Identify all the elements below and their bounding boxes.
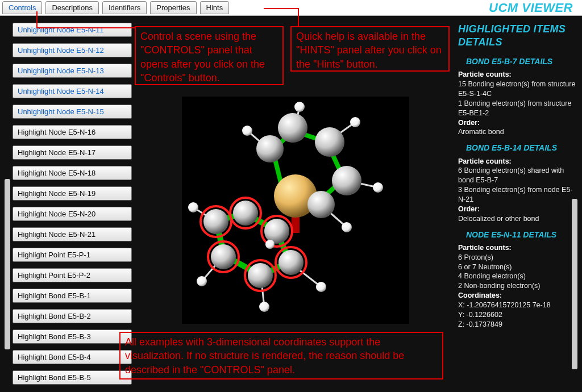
highlight-button[interactable]: Highlight Point E5-P-2 [13, 268, 132, 282]
highlight-button[interactable]: Unhighlight Node E5-N-15 [13, 105, 132, 119]
callout-line [298, 8, 299, 27]
details-title: HIGHLIGHTED ITEMS DETAILS [458, 23, 577, 48]
svg-point-46 [188, 202, 198, 212]
section-head-bond7: BOND E5-B-7 DETAILS [458, 56, 577, 66]
callout-visualization: All examples with 3-dimensional coordina… [119, 332, 443, 380]
svg-point-49 [316, 282, 326, 292]
tab-properties[interactable]: Properties [150, 1, 196, 14]
svg-point-42 [350, 117, 360, 127]
svg-point-40 [211, 244, 236, 269]
details-panel: HIGHLIGHTED ITEMS DETAILS BOND E5-B-7 DE… [458, 23, 577, 392]
callout-line [264, 8, 299, 9]
svg-point-45 [242, 126, 252, 136]
left-panel: Unhighlight Node E5-N-11Unhighlight Node… [5, 23, 133, 392]
highlight-button[interactable]: Highlight Point E5-P-1 [13, 248, 132, 262]
tab-descriptions[interactable]: Descriptions [45, 1, 99, 14]
highlight-button[interactable]: Highlight Node E5-N-17 [13, 145, 132, 160]
highlight-button[interactable]: Highlight Bond E5-B-5 [13, 370, 132, 385]
svg-point-44 [342, 222, 352, 232]
detail-block-bond14: Particle counts: 6 Bonding electron(s) s… [458, 157, 577, 224]
node-list: Unhighlight Node E5-N-11Unhighlight Node… [13, 23, 132, 385]
highlight-button[interactable]: Highlight Node E5-N-21 [13, 227, 132, 241]
left-scrollbar[interactable] [5, 179, 10, 349]
svg-point-48 [259, 302, 269, 312]
tab-hints[interactable]: Hints [200, 1, 230, 14]
molecule-viewport[interactable] [182, 97, 409, 324]
detail-block-node11: Particle counts: 6 Proton(s) 6 or 7 Neut… [458, 243, 577, 330]
highlight-button[interactable]: Highlight Bond E5-B-1 [13, 289, 132, 303]
svg-point-27 [307, 191, 335, 218]
callout-hints: Quick help is available in the "HINTS" p… [290, 26, 450, 72]
svg-point-24 [278, 113, 307, 143]
highlight-button[interactable]: Unhighlight Node E5-N-12 [13, 43, 132, 57]
callout-line [36, 27, 135, 28]
callout-line [36, 11, 38, 28]
svg-point-30 [203, 209, 228, 234]
section-head-node11: NODE E5-N-11 DETAILS [458, 230, 577, 240]
svg-point-38 [248, 263, 273, 288]
highlight-button[interactable]: Highlight Node E5-N-16 [13, 125, 132, 139]
app-title: UCM VIEWER [489, 1, 580, 15]
svg-point-41 [294, 102, 305, 112]
highlight-button[interactable]: Highlight Bond E5-B-3 [13, 330, 132, 344]
detail-block-bond7: Particle counts: 15 Bonding electron(s) … [458, 70, 577, 137]
section-head-bond14: BOND E5-B-14 DETAILS [458, 143, 577, 153]
highlight-button[interactable]: Highlight Bond E5-B-4 [13, 350, 132, 364]
callout-controls: Control a scene using the "CONTROLS" pan… [135, 26, 284, 85]
svg-point-34 [264, 219, 289, 244]
right-scrollbar[interactable] [572, 199, 577, 369]
highlight-button[interactable]: Highlight Node E5-N-20 [13, 207, 132, 221]
svg-point-43 [373, 182, 383, 193]
svg-point-36 [278, 250, 304, 275]
svg-point-32 [233, 201, 258, 226]
svg-point-47 [197, 276, 207, 286]
svg-point-28 [256, 135, 284, 162]
svg-point-25 [315, 127, 344, 157]
highlight-button[interactable]: Unhighlight Node E5-N-11 [13, 23, 132, 37]
highlight-button[interactable]: Highlight Bond E5-B-2 [13, 309, 132, 323]
tab-identifiers[interactable]: Identifiers [102, 1, 147, 14]
highlight-button[interactable]: Unhighlight Node E5-N-13 [13, 64, 132, 78]
svg-point-50 [265, 240, 275, 249]
highlight-button[interactable]: Highlight Node E5-N-19 [13, 186, 132, 201]
svg-point-26 [332, 166, 361, 195]
highlight-button[interactable]: Unhighlight Node E5-N-14 [13, 84, 132, 98]
highlight-button[interactable]: Highlight Node E5-N-18 [13, 166, 132, 180]
